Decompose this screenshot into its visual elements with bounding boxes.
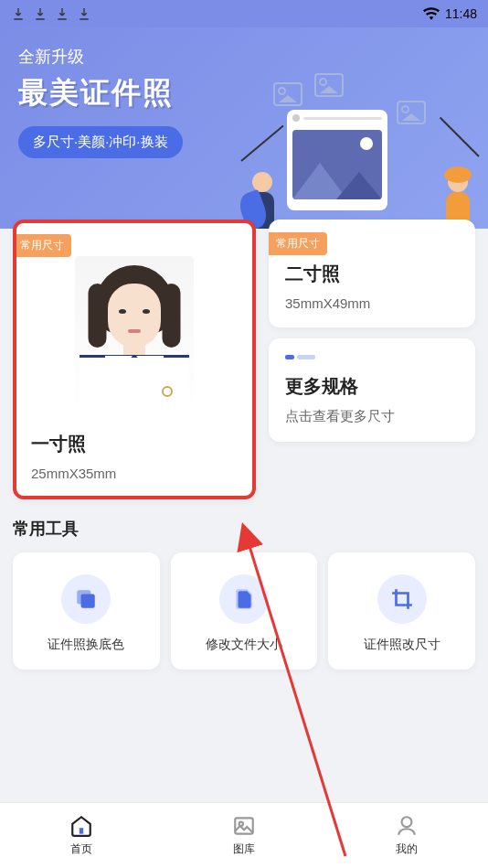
card-subtitle: 点击查看更多尺寸 [285, 408, 459, 425]
sample-id-photo [75, 256, 194, 412]
common-size-badge: 常用尺寸 [13, 234, 71, 257]
tool-change-dimensions[interactable]: 证件照改尺寸 [328, 552, 475, 670]
svg-rect-2 [80, 828, 83, 834]
card-size: 35mmX49mm [285, 295, 459, 311]
download-icon [11, 6, 26, 21]
bottom-navigation: 首页 图库 我的 [0, 802, 488, 868]
tool-resize-file[interactable]: 修改文件大小 [171, 552, 318, 670]
nav-home[interactable]: 首页 [0, 803, 163, 868]
header-banner: 全新升级 最美证件照 多尺寸·美颜·冲印·换装 [0, 27, 488, 229]
common-size-badge: 常用尺寸 [269, 232, 327, 255]
download-icon [77, 6, 91, 21]
tool-label: 修改文件大小 [206, 637, 282, 653]
status-time: 11:48 [445, 6, 477, 21]
tool-label: 证件照改尺寸 [364, 637, 440, 653]
card-size: 25mmX35mm [31, 466, 238, 481]
tool-label: 证件照换底色 [48, 637, 124, 653]
card-more-sizes[interactable]: 更多规格 点击查看更多尺寸 [269, 338, 475, 442]
card-title: 二寸照 [285, 262, 459, 286]
header-features-pill: 多尺寸·美颜·冲印·换装 [18, 126, 183, 158]
status-bar: 11:48 [0, 0, 488, 27]
card-one-inch[interactable]: 常用尺寸 一寸照 25mmX35mm [13, 220, 256, 499]
card-title: 更多规格 [285, 374, 459, 399]
status-download-icons [11, 6, 91, 21]
header-subtitle: 全新升级 [18, 46, 470, 68]
profile-icon [395, 814, 419, 838]
download-icon [55, 6, 69, 21]
nav-label: 我的 [396, 841, 418, 857]
wifi-icon [423, 7, 440, 20]
document-icon [219, 574, 269, 624]
svg-rect-1 [81, 595, 95, 608]
download-icon [33, 6, 48, 21]
tools-section-title: 常用工具 [13, 518, 475, 540]
nav-gallery[interactable]: 图库 [163, 803, 325, 868]
decorative-bars [285, 355, 459, 359]
nav-label: 首页 [70, 841, 92, 857]
layers-icon [61, 574, 111, 624]
nav-mine[interactable]: 我的 [325, 803, 488, 868]
card-two-inch[interactable]: 常用尺寸 二寸照 35mmX49mm [269, 220, 475, 327]
home-icon [69, 814, 93, 838]
crop-icon [377, 574, 427, 624]
header-illustration [241, 73, 479, 229]
nav-label: 图库 [233, 841, 255, 857]
svg-point-5 [402, 817, 412, 827]
card-title: 一寸照 [31, 432, 238, 456]
tool-change-background[interactable]: 证件照换底色 [13, 552, 160, 670]
gallery-icon [232, 814, 256, 838]
